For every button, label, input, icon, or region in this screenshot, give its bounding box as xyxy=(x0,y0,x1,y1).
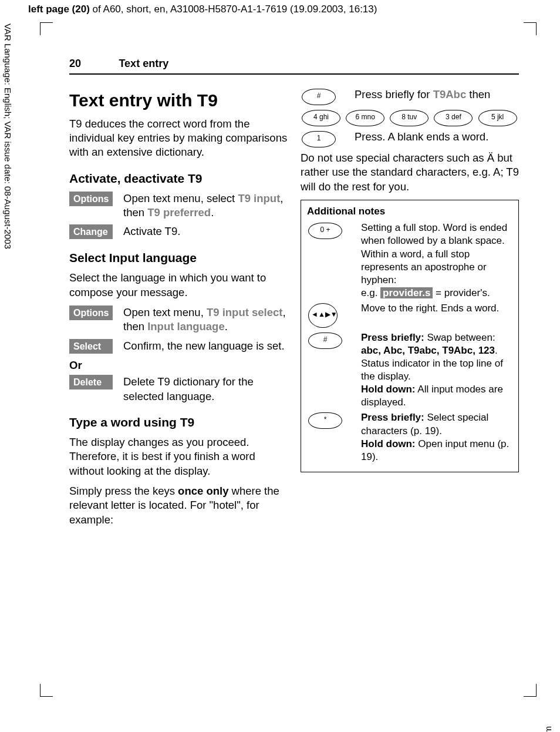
star-hold: Hold down: Open input menu (p. 19). xyxy=(361,438,512,464)
term-t9abc: T9Abc xyxy=(433,88,467,100)
softkey-delete: Delete xyxy=(69,375,113,389)
hash-key-icon: # xyxy=(302,89,336,105)
row-hash-key-notes: # Press briefly: Swap between: abc, Abc,… xyxy=(307,331,512,409)
special-chars-paragraph: Do not use special characters such as Ä … xyxy=(301,151,519,194)
hash-key-icon: # xyxy=(308,333,342,349)
row-change: Change Activate T9. xyxy=(69,224,288,239)
text: Open text menu, xyxy=(123,306,207,318)
crop-mark xyxy=(40,22,41,35)
term-input-language: Input language xyxy=(147,320,225,333)
text: = provider's. xyxy=(433,287,490,298)
left-margin-note: VAR Language: English; VAR issue date: 0… xyxy=(3,23,13,329)
nav-key-icon: ◄▲▶▼ xyxy=(308,303,338,328)
text: Simply press the keys xyxy=(69,485,178,497)
top-doc-header-prefix: left page (20) xyxy=(28,4,90,15)
key-sequence-row: 4 ghi 6 mno 8 tuv 3 def 5 jkl xyxy=(301,109,519,127)
key-6mno-icon: 6 mno xyxy=(346,110,384,126)
term-t9-input-select: T9 input select xyxy=(207,306,283,318)
term-modes: abc, Abc, T9abc, T9Abc, 123 xyxy=(361,345,495,356)
row-delete: Delete Delete T9 dictionary for the sele… xyxy=(69,375,288,404)
key-5jkl-icon: 5 jkl xyxy=(478,110,517,126)
intro-paragraph: T9 deduces the correct word from the ind… xyxy=(69,117,288,160)
crop-mark xyxy=(524,696,537,697)
key-3def-icon: 3 def xyxy=(434,110,473,126)
text: Press briefly for xyxy=(355,88,433,100)
crop-mark xyxy=(40,696,53,697)
delete-text: Delete T9 dictionary for the selected la… xyxy=(123,375,288,404)
crop-mark xyxy=(536,684,537,697)
notes-title: Additional notes xyxy=(307,205,512,218)
softkey-change: Change xyxy=(69,224,113,239)
softkey-options: Options xyxy=(69,192,113,206)
crop-mark xyxy=(40,22,53,23)
row-star-key: * Press briefly: Select special characte… xyxy=(307,411,512,463)
type-paragraph-2: Simply press the keys once only where th… xyxy=(69,484,288,527)
text: Swap between: xyxy=(424,332,495,343)
type-paragraph-1: The display changes as you proceed. Ther… xyxy=(69,435,288,478)
row-options-select: Options Open text menu, T9 input select,… xyxy=(69,305,288,334)
options-select-text: Open text menu, T9 input select, then In… xyxy=(123,305,288,334)
heading-activate: Activate, deactivate T9 xyxy=(69,170,288,187)
star-key-icon: * xyxy=(308,412,342,429)
row-options-activate: Options Open text menu, select T9 input,… xyxy=(69,192,288,220)
hash-hold: Hold down: All input modes are displayed… xyxy=(361,383,512,409)
right-column: # Press briefly for T9Abc then 4 ghi 6 m… xyxy=(301,85,519,533)
term-t9-input: T9 input xyxy=(238,192,280,204)
top-doc-header: left page (20) of A60, short, en, A31008… xyxy=(0,0,560,15)
select-text: Confirm, the new language is set. xyxy=(123,339,288,353)
heading-text-entry-t9: Text entry with T9 xyxy=(69,89,288,112)
softkey-select: Select xyxy=(69,339,113,354)
row-select: Select Confirm, the new language is set. xyxy=(69,339,288,354)
heading-select-language: Select Input language xyxy=(69,250,288,266)
additional-notes-box: Additional notes 0 + Setting a full stop… xyxy=(301,200,519,472)
hash-key-text: Press briefly for T9Abc then xyxy=(355,88,519,102)
text: . xyxy=(211,206,214,219)
bold-once-only: once only xyxy=(178,485,228,497)
crop-mark xyxy=(40,684,41,697)
row-nav-key: ◄▲▶▼ Move to the right. Ends a word. xyxy=(307,302,512,329)
heading-type-word: Type a word using T9 xyxy=(69,414,288,431)
row-hash-key: # Press briefly for T9Abc then xyxy=(301,88,519,106)
star-brief: Press briefly: Select special characters… xyxy=(361,411,512,437)
term-t9-preferred: T9 preferred xyxy=(147,206,211,219)
example-highlight: provider.s xyxy=(380,287,433,298)
softkey-options: Options xyxy=(69,305,113,320)
change-text: Activate T9. xyxy=(123,224,288,239)
right-margin-note: Siemens AG 2003, I:\Mobil\L55\A60_abgel.… xyxy=(543,726,553,732)
label-press-briefly: Press briefly: xyxy=(361,332,424,343)
label-hold-down: Hold down: xyxy=(361,438,416,449)
hash-brief: Press briefly: Swap between: abc, Abc, T… xyxy=(361,331,512,383)
key-0-icon: 0 + xyxy=(308,223,342,239)
or-label: Or xyxy=(69,358,288,372)
one-key-text: Press. A blank ends a word. xyxy=(355,130,519,144)
running-head: 20 Text entry xyxy=(69,58,519,75)
row-one-key: 1 Press. A blank ends a word. xyxy=(301,130,519,149)
text: e.g. xyxy=(361,287,380,298)
text: . xyxy=(225,320,228,333)
text: then xyxy=(466,88,490,100)
zero-key-example: e.g. provider.s = provider's. xyxy=(361,287,512,300)
page-content: 20 Text entry Text entry with T9 T9 dedu… xyxy=(69,58,519,533)
crop-mark xyxy=(536,22,537,35)
text: Open text menu, select xyxy=(123,192,238,204)
left-column: Text entry with T9 T9 deduces the correc… xyxy=(69,85,288,533)
nav-key-text: Move to the right. Ends a word. xyxy=(361,302,512,315)
select-intro: Select the language in which you want to… xyxy=(69,271,288,300)
top-doc-header-rest: of A60, short, en, A31008-H5870-A1-1-761… xyxy=(90,4,377,15)
label-press-briefly: Press briefly: xyxy=(361,412,424,423)
key-4ghi-icon: 4 ghi xyxy=(302,110,340,126)
page-frame: 20 Text entry Text entry with T9 T9 dedu… xyxy=(40,22,537,697)
crop-mark xyxy=(524,22,537,23)
zero-key-text: Setting a full stop. Word is ended when … xyxy=(361,221,512,286)
page-title: Text entry xyxy=(119,58,168,69)
key-1-icon: 1 xyxy=(302,131,336,147)
label-hold-down: Hold down: xyxy=(361,384,416,395)
options-activate-text: Open text menu, select T9 input, then T9… xyxy=(123,192,288,220)
row-zero-key: 0 + Setting a full stop. Word is ended w… xyxy=(307,221,512,300)
key-8tuv-icon: 8 tuv xyxy=(390,110,429,126)
page-number: 20 xyxy=(69,58,116,70)
